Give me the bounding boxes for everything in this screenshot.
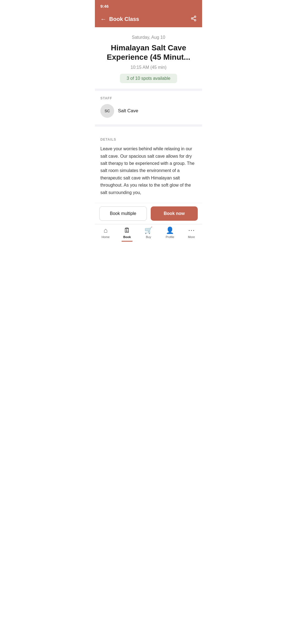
home-icon: ⌂ xyxy=(104,227,108,234)
action-buttons: Book multiple Book now xyxy=(95,203,202,224)
staff-section: STAFF SC Salt Cave xyxy=(95,91,202,118)
header-left: ← Book Class xyxy=(100,16,139,23)
active-indicator xyxy=(122,241,133,242)
staff-label: STAFF xyxy=(100,96,197,100)
nav-label-profile: Profile xyxy=(166,235,174,239)
details-description: Leave your worries behind while relaxing… xyxy=(95,145,202,203)
nav-label-more: More xyxy=(188,235,195,239)
more-icon: ⋯ xyxy=(188,227,195,234)
buy-icon: 🛒 xyxy=(144,227,153,234)
book-now-button[interactable]: Book now xyxy=(151,206,198,221)
spots-available-badge: 3 of 10 spots available xyxy=(120,74,177,83)
share-icon xyxy=(191,15,197,21)
status-time: 9:46 xyxy=(100,4,109,9)
svg-point-1 xyxy=(191,18,193,19)
book-multiple-button[interactable]: Book multiple xyxy=(99,206,147,221)
nav-item-buy[interactable]: 🛒 Buy xyxy=(138,227,159,242)
staff-row: SC Salt Cave xyxy=(100,104,197,118)
svg-point-2 xyxy=(194,20,196,21)
svg-line-3 xyxy=(193,19,194,20)
svg-line-4 xyxy=(193,17,194,18)
page-title: Book Class xyxy=(109,16,139,22)
staff-name: Salt Cave xyxy=(118,108,138,114)
book-icon: 🗓 xyxy=(124,227,130,234)
status-bar: 9:46 xyxy=(95,0,202,12)
share-button[interactable] xyxy=(191,15,197,23)
nav-item-book[interactable]: 🗓 Book xyxy=(116,227,138,242)
header: ← Book Class xyxy=(95,12,202,27)
staff-avatar: SC xyxy=(100,104,114,118)
hero-section: Saturday, Aug 10 Himalayan Salt Cave Exp… xyxy=(95,27,202,91)
nav-label-book: Book xyxy=(123,235,131,239)
class-date: Saturday, Aug 10 xyxy=(100,35,197,40)
back-button[interactable]: ← xyxy=(100,16,106,23)
nav-item-home[interactable]: ⌂ Home xyxy=(95,227,116,242)
bottom-nav: ⌂ Home 🗓 Book 🛒 Buy 👤 Profile ⋯ More xyxy=(95,224,202,246)
details-label: DETAILS xyxy=(100,138,197,141)
details-section: DETAILS xyxy=(95,132,202,141)
svg-point-0 xyxy=(194,16,196,18)
nav-label-home: Home xyxy=(101,235,109,239)
nav-item-profile[interactable]: 👤 Profile xyxy=(159,227,181,242)
nav-item-more[interactable]: ⋯ More xyxy=(181,227,202,242)
profile-icon: 👤 xyxy=(166,227,174,234)
section-divider xyxy=(95,124,202,127)
nav-label-buy: Buy xyxy=(146,235,151,239)
class-title: Himalayan Salt Cave Experience (45 Minut… xyxy=(100,43,197,62)
class-time: 10:15 AM (45 min) xyxy=(100,65,197,70)
